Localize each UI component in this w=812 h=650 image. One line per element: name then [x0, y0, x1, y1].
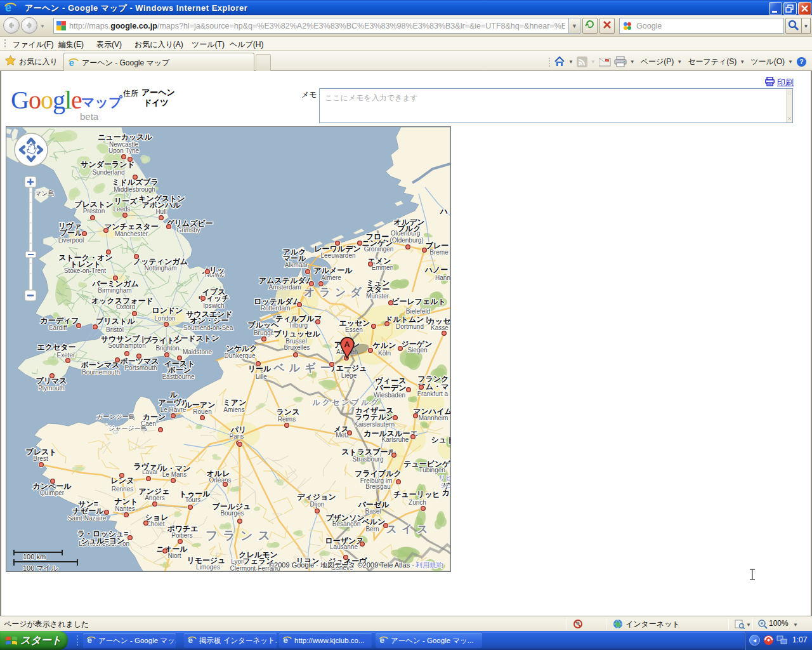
svg-text:A: A [344, 340, 350, 349]
svg-text:Reims: Reims [278, 416, 296, 423]
svg-text:ブレー: ブレー [426, 241, 449, 250]
svg-text:Almere: Almere [321, 274, 341, 281]
svg-text:ストラスブール: ストラスブール [341, 448, 396, 456]
svg-text:ロンドン: ロンドン [152, 306, 183, 315]
svg-text:カールスルーエ: カールスルーエ [363, 429, 417, 438]
svg-text:利用規約: 利用規約 [416, 561, 443, 569]
svg-text:オン・シー: オン・シー [190, 316, 229, 325]
svg-text:Rennes: Rennes [112, 486, 133, 493]
svg-text:ボーンマス: ボーンマス [80, 361, 119, 369]
svg-text:ディジョン: ディジョン [297, 493, 336, 501]
svg-text:Dunkerque: Dunkerque [225, 352, 256, 359]
svg-text:メードストン: メードストン [173, 334, 219, 343]
svg-text:Leeds: Leeds [113, 206, 130, 213]
svg-text:ガーンジー島: ガーンジー島 [96, 413, 135, 420]
svg-text:スター: スター [367, 285, 390, 294]
svg-text:Cardiff: Cardiff [48, 324, 67, 331]
svg-text:Frankfurt a: Frankfurt a [417, 390, 449, 397]
svg-text:ランス: ランス [277, 408, 300, 416]
svg-text:Bournemouth: Bournemouth [82, 369, 120, 376]
svg-text:ルーアン: ルーアン [184, 401, 216, 409]
svg-text:サンダーランド: サンダーランド [81, 160, 135, 169]
svg-text:オルレ: オルレ [207, 469, 230, 478]
svg-text:アンジェ: アンジェ [138, 487, 169, 496]
svg-text:Middlesbrough: Middlesbrough [114, 186, 155, 193]
svg-text:100 マイル: 100 マイル [23, 564, 58, 571]
svg-text:Brighton: Brighton [155, 345, 179, 352]
svg-text:スイス: スイス [386, 523, 432, 535]
svg-text:London: London [154, 315, 175, 322]
svg-text:マンチェスター: マンチェスター [104, 222, 159, 231]
svg-text:ラウテルン: ラウテルン [355, 413, 393, 421]
svg-text:Brugge: Brugge [254, 329, 275, 336]
svg-text:ニオール: ニオール [157, 545, 188, 554]
svg-text:Zürich: Zürich [409, 499, 426, 506]
svg-text:Strasbourg: Strasbourg [353, 456, 384, 463]
svg-text:シュタ: シュタ [440, 482, 450, 489]
svg-text:トゥール: トゥール [180, 489, 211, 498]
svg-text:シュル=ヨン: シュル=ヨン [81, 536, 124, 545]
svg-text:シュト: シュト [431, 435, 450, 444]
svg-text:ル・マン: ル・マン [159, 464, 191, 473]
svg-text:ブルッヘ: ブルッヘ [247, 321, 279, 329]
svg-text:Köln: Köln [378, 350, 391, 357]
svg-text:Bruxelles: Bruxelles [284, 344, 310, 351]
svg-text:リヒテ: リヒテ [439, 474, 450, 481]
svg-text:アボンハル: アボンハル [141, 201, 181, 209]
svg-text:トレント: トレント [70, 260, 101, 269]
svg-text:Bielefeld: Bielefeld [406, 308, 430, 315]
svg-text:?: ? [799, 58, 803, 65]
svg-text:プール: プール [60, 229, 83, 237]
svg-text:Saint-Nazaire: Saint-Nazaire [68, 515, 107, 522]
svg-text:ロッテルダム: ロッテルダム [254, 297, 301, 306]
svg-text:ベルギー: ベルギー [273, 362, 335, 374]
svg-text:オックスフォード: オックスフォード [91, 296, 154, 305]
svg-text:ノッティンガム: ノッティンガム [133, 257, 188, 266]
svg-text:ミアン: ミアン [223, 398, 247, 407]
svg-text:ンケルク: ンケルク [226, 344, 257, 353]
svg-text:Manchester: Manchester [115, 230, 148, 237]
svg-text:リーズ: リーズ [114, 197, 138, 206]
svg-text:Dortmund: Dortmund [396, 323, 424, 330]
svg-text:カーディフ: カーディフ [40, 316, 79, 325]
svg-text:リモージュ: リモージュ [187, 556, 225, 565]
svg-text:ブールジュ: ブールジュ [212, 502, 251, 511]
svg-text:ビーレフェルト: ビーレフェルト [391, 297, 446, 306]
svg-text:オランダ: オランダ [304, 286, 366, 298]
svg-text:アルメール: アルメール [313, 266, 353, 275]
svg-text:マール: マール [283, 254, 306, 263]
svg-text:Southend-on-Sea: Southend-on-Sea [183, 324, 233, 331]
svg-text:フライブルク: フライブルク [355, 469, 402, 478]
svg-text:ブレスト: ブレスト [25, 448, 56, 456]
svg-text:エッセン: エッセン [339, 319, 370, 328]
svg-text:Upon Tyne: Upon Tyne [108, 147, 140, 154]
svg-text:カ: カ [442, 488, 450, 497]
svg-text:100 km: 100 km [23, 553, 46, 560]
svg-text:ナント: ナント [115, 497, 138, 506]
svg-text:ボーン: ボーン [167, 366, 192, 375]
svg-text:ジャージー島: ジャージー島 [108, 425, 147, 432]
svg-text:グリムズビー: グリムズビー [166, 219, 213, 228]
svg-text:Liverpool: Liverpool [58, 237, 84, 244]
svg-text:Breisgau: Breisgau [365, 483, 390, 490]
svg-text:エクセター: エクセター [37, 343, 75, 352]
svg-text:ショレ: ショレ [145, 513, 169, 522]
svg-text:バーデン: バーデン [375, 383, 407, 392]
svg-text:テュービンゲン: テュービンゲン [403, 460, 450, 468]
svg-text:ケルン: ケルン [372, 341, 396, 350]
svg-text:ルクセンブルグ: ルクセンブルグ [312, 398, 381, 407]
svg-text:カッセ: カッセ [428, 317, 450, 326]
svg-text:ドルトムント: ドルトムント [385, 315, 432, 324]
svg-text:Maidstone: Maidstone [183, 348, 213, 355]
svg-text:Hann: Hann [435, 274, 450, 281]
svg-text:ベルン: ベルン [362, 517, 386, 526]
svg-text:(Oldenburg): (Oldenburg) [390, 237, 423, 244]
svg-text:ブリストル: ブリストル [96, 317, 135, 326]
svg-text:Sunderland: Sunderland [92, 169, 124, 176]
svg-text:ニンゲン: ニンゲン [362, 239, 393, 248]
svg-text:Ipswich: Ipswich [203, 302, 224, 309]
svg-text:パリ: パリ [230, 425, 247, 434]
svg-text:プザンソン: プザンソン [325, 514, 364, 522]
svg-text:ハノー: ハノー [424, 265, 449, 274]
svg-text:Exeter: Exeter [57, 352, 76, 359]
